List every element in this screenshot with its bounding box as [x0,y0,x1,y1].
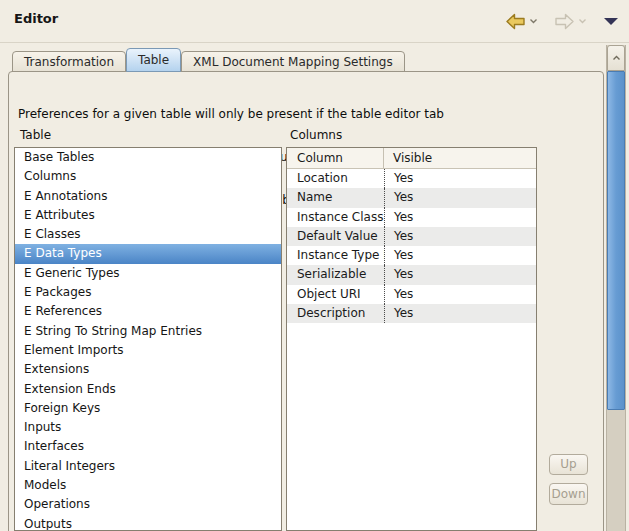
cell-column: Description [287,304,384,323]
list-item[interactable]: E References [15,302,281,321]
list-item[interactable]: E Packages [15,283,281,302]
cell-visible: Yes [384,304,536,323]
table-row[interactable]: Default Value Yes [287,227,536,246]
list-item[interactable]: Literal Integers [15,457,281,476]
table-row[interactable]: Location Yes [287,169,536,188]
list-item[interactable]: E Annotations [15,187,281,206]
cell-column: Object URI [287,285,384,304]
table-list: Base Tables Columns E Annotations E Attr… [14,147,282,531]
list-item[interactable]: Columns [15,167,281,186]
list-item[interactable]: E Classes [15,225,281,244]
list-item[interactable]: Extensions [15,360,281,379]
description-line: Preferences for a given table will only … [18,107,455,121]
chevron-up-icon [612,55,621,61]
table-section-label: Table [20,128,51,142]
table-row[interactable]: Name Yes [287,188,536,207]
tab-transformation[interactable]: Transformation [12,51,126,72]
list-item[interactable]: E Generic Types [15,264,281,283]
cell-column: Name [287,188,384,207]
list-item-selected[interactable]: E Data Types [15,244,281,263]
cell-visible: Yes [384,208,536,227]
columns-table: Column Visible Location Yes Name Yes Ins… [286,147,537,531]
cell-visible: Yes [384,227,536,246]
preference-page-header: Editor [0,0,629,43]
cell-column: Location [287,169,384,188]
scrollbar-up-button[interactable] [607,45,625,71]
cell-visible: Yes [384,169,536,188]
cell-visible: Yes [384,285,536,304]
cell-column: Instance Type Na [287,246,384,265]
table-row[interactable]: Description Yes [287,304,536,323]
cell-column: Instance Class N [287,208,384,227]
table-row[interactable]: Serializable Yes [287,265,536,284]
list-item[interactable]: Inputs [15,418,281,437]
table-row[interactable]: Instance Class N Yes [287,208,536,227]
back-arrow-icon[interactable] [505,13,526,30]
cell-visible: Yes [384,188,536,207]
list-item[interactable]: Element Imports [15,341,281,360]
view-menu-triangle-icon[interactable] [603,17,619,26]
column-header-column[interactable]: Column [287,148,384,168]
cell-column: Serializable [287,265,384,284]
page-title: Editor [14,11,58,26]
list-item[interactable]: Interfaces [15,437,281,456]
list-item[interactable]: Foreign Keys [15,399,281,418]
editor-tabbar: Transformation Table XML Document Mappin… [12,48,405,72]
columns-section-label: Columns [290,128,342,142]
list-item[interactable]: Extension Ends [15,380,281,399]
list-item[interactable]: Outputs [15,515,281,531]
forward-history-chevron-icon [578,18,587,24]
back-history-chevron-icon[interactable] [529,18,538,24]
table-row[interactable]: Object URI Yes [287,285,536,304]
list-item[interactable]: E Attributes [15,206,281,225]
list-item[interactable]: E String To String Map Entries [15,322,281,341]
scrollbar-thumb[interactable] [607,71,625,410]
list-item[interactable]: Base Tables [15,148,281,167]
list-item[interactable]: Operations [15,495,281,514]
list-item[interactable]: Models [15,476,281,495]
cell-visible: Yes [384,265,536,284]
tab-table[interactable]: Table [126,48,181,72]
down-button[interactable]: Down [549,483,588,505]
column-header-visible[interactable]: Visible [384,148,432,168]
page-vertical-scrollbar[interactable] [606,45,626,531]
cell-column: Default Value [287,227,384,246]
cell-visible: Yes [384,246,536,265]
tab-xml-document-mapping-settings[interactable]: XML Document Mapping Settings [181,51,405,72]
header-nav-icons [505,10,619,32]
table-row[interactable]: Instance Type Na Yes [287,246,536,265]
up-button[interactable]: Up [549,454,588,475]
columns-table-header: Column Visible [287,148,536,169]
forward-arrow-icon [554,13,575,30]
